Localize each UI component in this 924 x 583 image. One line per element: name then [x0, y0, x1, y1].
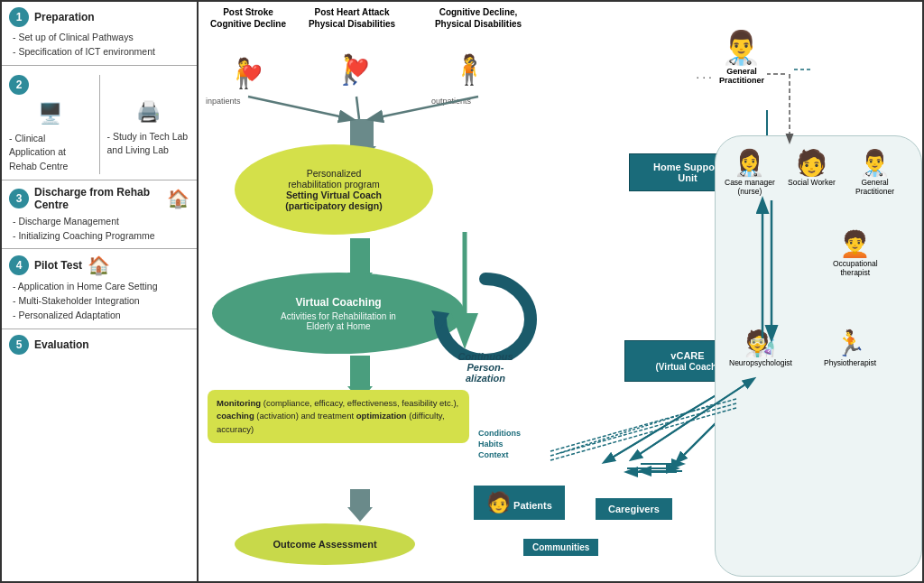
step1-title: Preparation — [34, 11, 95, 23]
rehab-line1: Personalized — [307, 168, 362, 179]
monitoring-strong: Monitoring — [217, 398, 261, 408]
left-sidebar: 1 Preparation - Set up of Clinical Pathw… — [2, 2, 199, 581]
ot-figure: 🧑‍🦱 Occupationaltherapist — [833, 229, 878, 277]
question-figure: 🧍 ? — [451, 52, 487, 87]
caregivers-label: Caregivers — [608, 504, 660, 514]
outpatients-label: outpatients — [431, 97, 471, 106]
habits-label: Habits — [478, 440, 521, 449]
step4-item3: - Personalized Adaptation — [13, 309, 189, 323]
svg-line-29 — [550, 408, 736, 460]
rehab-line2: rehabilitation program — [288, 179, 380, 190]
vc-title: Virtual Coaching — [295, 296, 381, 309]
case-manager-label: Case manager(nurse) — [725, 178, 775, 196]
continuous-label: ContinuousPerson-alization — [457, 351, 513, 384]
chc-labels: Conditions Habits Context — [478, 429, 521, 459]
rehab-line3: Setting Virtual Coach — [286, 190, 382, 200]
physio-label: Physiotherapist — [824, 358, 876, 367]
step2-right-label: - Study in Tech Lab and Living Lab — [107, 130, 190, 159]
physio-icon: 🏃 — [835, 329, 866, 358]
svg-line-14 — [559, 399, 731, 453]
step4-header: 4 Pilot Test 🏠 — [9, 254, 189, 276]
question-mark: ? — [467, 57, 477, 76]
rehab-line4: (participatory design) — [285, 200, 382, 211]
step5-title: Evaluation — [34, 338, 89, 351]
heart-attack-figure: 🚶 ❤️ — [332, 52, 368, 87]
step3-item2: - Initializing Coaching Programme — [13, 229, 189, 244]
gp-icon: 👨‍⚕️ — [719, 29, 764, 67]
hsu-label: Home SupportUnit — [653, 162, 722, 183]
step2-right-icon: 🖨️ — [107, 97, 190, 126]
step1-circle: 1 — [9, 7, 29, 27]
context-label: Context — [478, 450, 521, 459]
step3-body: - Discharge Management - Initializing Co… — [9, 215, 189, 244]
arrow-monitoring-to-outcome — [347, 489, 373, 522]
step4-circle: 4 — [9, 255, 29, 275]
ot-label: Occupationaltherapist — [833, 259, 878, 277]
step2-left-label: - Clinical Application at Rehab Centre — [9, 132, 92, 174]
svg-line-0 — [248, 97, 352, 119]
step2-right-col: 🖨️ - Study in Tech Lab and Living Lab — [107, 75, 190, 159]
diagram-wrapper: Post StrokeCognitive Decline Post Heart … — [199, 2, 922, 581]
cognitive-decline-label: Cognitive Decline,Physical Disabilities — [420, 6, 537, 30]
outcome-label: Outcome Assessment — [273, 539, 376, 550]
gp-cloud-label: GeneralPractitioner — [855, 178, 894, 196]
step2-section: 2 🖥️ - Clinical Application at Rehab Cen… — [2, 66, 197, 180]
step3-item1: - Discharge Management — [13, 215, 189, 229]
gp-cloud-icon: 👨‍⚕️ — [859, 148, 891, 178]
step3-section: 3 Discharge from Rehab Centre 🏠 - Discha… — [2, 180, 197, 250]
vcare-label: vCARE(Virtual Coach) — [656, 350, 720, 372]
neuro-figure: 🧑‍🔬 Neuropsychologist — [729, 329, 792, 367]
vc-subtitle: Activities for Rehabilitation inElderly … — [281, 311, 396, 331]
ot-icon: 🧑‍🦱 — [839, 229, 871, 259]
optimization-strong: optimization — [356, 411, 407, 421]
coaching-strong: coaching — [217, 411, 254, 421]
patients-box: 🧑 Patients — [474, 486, 565, 520]
caregivers-box: Caregivers — [596, 498, 672, 520]
social-worker-label: Social Worker — [788, 178, 836, 187]
step1-item2: - Specification of ICT environment — [13, 45, 189, 60]
step5-header: 5 Evaluation — [9, 335, 189, 355]
inpatients-label: inpatients — [206, 97, 241, 106]
step5-circle: 5 — [9, 335, 29, 355]
svg-line-1 — [356, 97, 359, 119]
circular-arrow-svg — [422, 270, 549, 360]
svg-line-28 — [550, 403, 736, 456]
house-icon: 🏠 — [167, 188, 189, 209]
dots-label: ... — [696, 67, 715, 81]
step4-body: - Application in Home Care Setting - Mul… — [9, 280, 189, 322]
arrow-shaft-top — [350, 119, 374, 146]
inpatient-figure: 🧍 ❤️ — [226, 56, 262, 90]
arrow-shaft-mid — [350, 238, 370, 273]
step1-item1: - Set up of Clinical Pathways — [13, 31, 189, 45]
physio-figure: 🏃 Physiotherapist — [824, 329, 876, 367]
step3-title: Discharge from Rehab Centre — [34, 186, 162, 211]
post-stroke-label: Post StrokeCognitive Decline — [208, 6, 289, 30]
gp-figure: 👨‍⚕️ GeneralPractitioner — [719, 29, 764, 85]
house2-icon: 🏠 — [88, 254, 110, 276]
step4-item2: - Multi-Stakeholder Integration — [13, 294, 189, 309]
step2-divider — [99, 75, 100, 174]
neuro-icon: 🧑‍🔬 — [744, 329, 776, 358]
arrow-shaft-out — [350, 489, 370, 507]
continuous-personalization: ContinuousPerson-alization — [422, 268, 549, 385]
case-manager-icon: 👩‍⚕️ — [734, 148, 765, 178]
communities-box: Communities — [523, 539, 598, 556]
step2-circle: 2 — [9, 75, 29, 95]
social-worker-icon: 🧑 — [796, 148, 827, 178]
step4-title: Pilot Test — [34, 259, 82, 272]
step3-circle: 3 — [9, 189, 29, 208]
step3-header: 3 Discharge from Rehab Centre 🏠 — [9, 186, 189, 211]
step2-row: 2 🖥️ - Clinical Application at Rehab Cen… — [9, 75, 189, 174]
neuro-label: Neuropsychologist — [729, 358, 792, 367]
step2-left-icon: 🖥️ — [9, 98, 92, 128]
patients-icon: 🧑 — [486, 491, 511, 514]
heart-icon: ❤️ — [346, 57, 369, 79]
monitoring-box: Monitoring (compliance, efficacy, effect… — [208, 390, 469, 443]
svg-line-27 — [550, 399, 736, 451]
step1-body: - Set up of Clinical Pathways - Specific… — [9, 31, 189, 60]
step1-header: 1 Preparation — [9, 7, 189, 27]
gp-cloud-figure: 👨‍⚕️ GeneralPractitioner — [855, 148, 894, 196]
case-manager-figure: 👩‍⚕️ Case manager(nurse) — [725, 148, 775, 196]
gp-label: GeneralPractitioner — [719, 67, 764, 85]
social-worker-figure: 🧑 Social Worker — [788, 148, 836, 187]
